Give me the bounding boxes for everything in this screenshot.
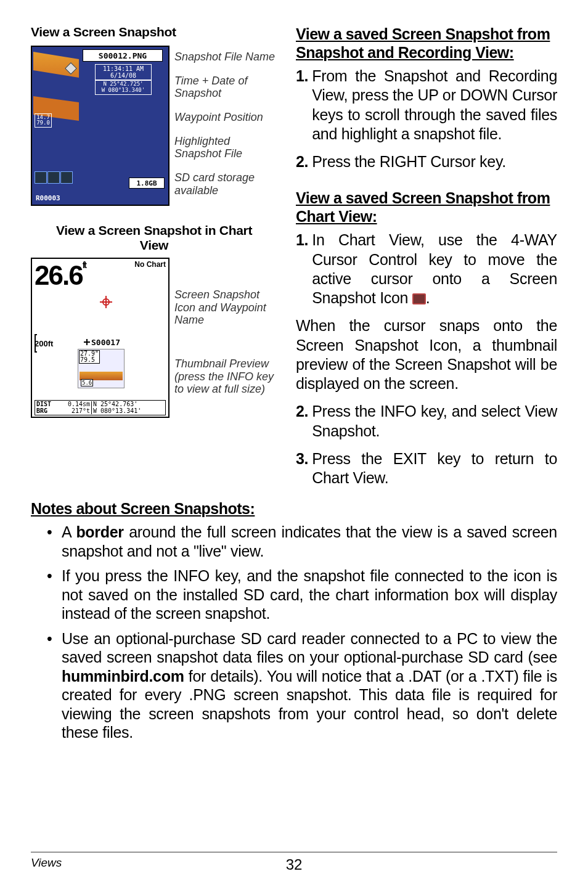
thumbnail-values: 27.9" 79.5 [79, 350, 100, 364]
waypoint-position: N 25°42.725' W 080°13.340' [95, 80, 152, 95]
notes-heading: Notes about Screen Snapshots: [31, 500, 557, 518]
annotation: SD card storage available [174, 171, 277, 197]
step-1: 1.In Chart View, use the 4-WAY Cursor Co… [296, 231, 557, 308]
filmstrip-icons [35, 171, 78, 190]
snapshot-datetime: 11:34:11 AM 6/14/08 [95, 64, 152, 80]
map-scale: 200ft [35, 339, 53, 348]
figure1-title: View a Screen Snapshot [31, 25, 277, 39]
figure1: S00012.PNG 11:34:11 AM 6/14/08 N 25°42.7… [31, 46, 277, 206]
paragraph: When the cursor snaps onto the Screen Sn… [296, 316, 557, 393]
depth-large: 26.6ft [35, 260, 86, 291]
step-3: 3.Press the EXIT key to return to Chart … [296, 449, 557, 488]
recording-id: R00003 [36, 194, 60, 202]
annotation: Highlighted Snapshot File [174, 135, 277, 160]
figure2-annotations: Screen Snapshot Icon and Waypoint Name T… [174, 258, 277, 396]
annotation: Snapshot File Name [174, 51, 277, 63]
step-2: 2.Press the RIGHT Cursor key. [296, 152, 557, 171]
note-item: If you press the INFO key, and the snaps… [47, 566, 557, 623]
page-footer: Views 32 [31, 852, 557, 870]
step-1: 1.From the Snapshot and Recording View, … [296, 67, 557, 144]
snapshot-icon [412, 293, 426, 304]
annotation: Thumbnail Preview (press the INFO key to… [174, 357, 277, 396]
chart-footer-readout: DIST BRG 0.14sm 217°t N 25°42.763' W 080… [35, 400, 166, 415]
note-item: A border around the full screen indicate… [47, 523, 557, 560]
annotation: Screen Snapshot Icon and Waypoint Name [174, 288, 277, 327]
screenshot-view-display: S00012.PNG 11:34:11 AM 6/14/08 N 25°42.7… [31, 46, 169, 206]
step-2: 2.Press the INFO key, and select View Sn… [296, 402, 557, 441]
figure1-annotations: Snapshot File Name Time + Date of Snapsh… [174, 46, 277, 197]
figure2-title: View a Screen Snapshot in Chart View [31, 223, 277, 253]
figure2: 26.6ft No Chart 200ft S00017 27.9" 79.5 … [31, 258, 277, 418]
annotation: Waypoint Position [174, 111, 277, 124]
note-item: Use an optional-purchase SD card reader … [47, 629, 557, 742]
notes-list: A border around the full screen indicate… [31, 523, 557, 742]
chart-view-display: 26.6ft No Chart 200ft S00017 27.9" 79.5 … [31, 258, 169, 418]
page-number: 32 [286, 856, 303, 873]
snapshot-filename: S00012.PNG [83, 49, 163, 62]
annotation: Time + Date of Snapshot [174, 75, 277, 100]
footer-section: Views [31, 856, 62, 870]
sd-storage: 1.8GB [129, 178, 165, 189]
waypoint-name: S00017 [84, 338, 120, 347]
section-heading: View a saved Screen Snapshot from Chart … [296, 189, 557, 226]
snapshot-icon [102, 298, 110, 306]
depth-readout: 14.7 79.0 [35, 113, 52, 128]
section-heading: View a saved Screen Snapshot from Snapsh… [296, 25, 557, 62]
no-chart-label: No Chart [134, 260, 166, 269]
